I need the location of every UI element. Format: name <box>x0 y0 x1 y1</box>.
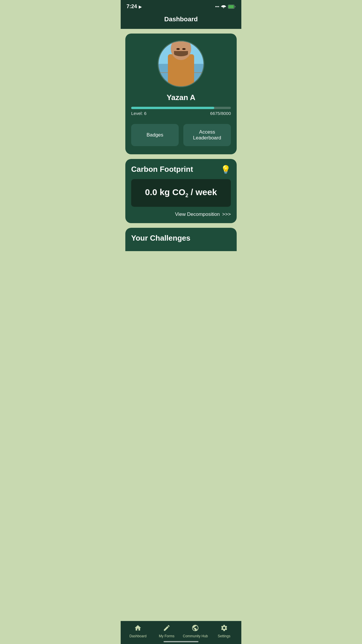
profile-name: Yazan A <box>167 93 196 102</box>
signal-icon: ▪▪▪ <box>215 4 219 9</box>
carbon-title: Carbon Footprint <box>131 165 193 174</box>
svg-rect-1 <box>229 5 234 8</box>
carbon-value: 0.0 kg CO2 / week <box>145 187 217 197</box>
progress-bar-fill <box>131 107 214 109</box>
badges-button[interactable]: Badges <box>131 124 179 146</box>
battery-icon <box>228 5 236 9</box>
carbon-card: Carbon Footprint 💡 0.0 kg CO2 / week Vie… <box>125 159 237 223</box>
status-left: 7:24 ▶ <box>126 4 142 10</box>
progress-container: Level: 6 6675/8000 <box>131 107 231 116</box>
profile-card: Yazan A Level: 6 6675/8000 Badges Access… <box>125 34 237 154</box>
main-content: Yazan A Level: 6 6675/8000 Badges Access… <box>121 29 241 274</box>
level-label: Level: 6 <box>131 111 147 116</box>
carbon-header: Carbon Footprint 💡 <box>131 165 231 174</box>
location-icon: ▶ <box>139 4 142 9</box>
wifi-icon <box>221 4 226 9</box>
view-decomposition-button[interactable]: View Decomposition >>> <box>131 211 231 217</box>
status-icons: ▪▪▪ <box>215 4 236 9</box>
lightbulb-icon[interactable]: 💡 <box>221 165 231 174</box>
profile-buttons: Badges Access Leaderboard <box>131 124 231 146</box>
progress-value: 6675/8000 <box>210 111 231 116</box>
status-time: 7:24 <box>126 4 137 9</box>
challenges-card: Your Challenges <box>125 228 237 251</box>
progress-bar-bg <box>131 107 231 109</box>
progress-labels: Level: 6 6675/8000 <box>131 111 231 116</box>
page-title: Dashboard <box>164 15 198 23</box>
status-bar: 7:24 ▶ ▪▪▪ <box>121 0 241 12</box>
leaderboard-button[interactable]: Access Leaderboard <box>183 124 231 146</box>
avatar <box>158 41 204 87</box>
challenges-title: Your Challenges <box>131 234 190 242</box>
carbon-value-box: 0.0 kg CO2 / week <box>131 179 231 207</box>
decomposition-arrow: >>> <box>222 211 231 217</box>
app-header: Dashboard <box>121 12 241 29</box>
decomposition-label: View Decomposition <box>175 211 220 217</box>
